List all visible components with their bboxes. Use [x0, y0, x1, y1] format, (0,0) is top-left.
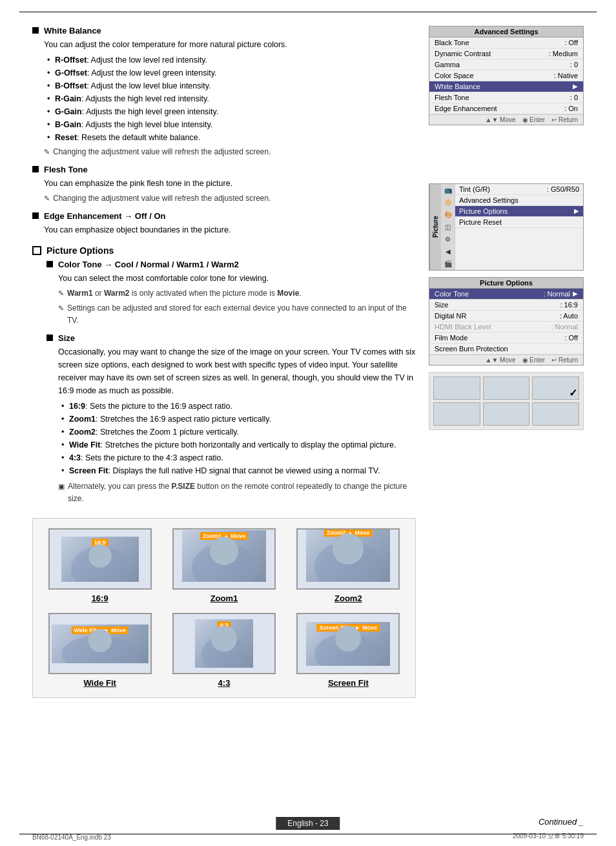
picture-row-tint: Tint (G/R) : G50/R50 [455, 184, 583, 195]
size-image-zoom2: Zoom2 ▲ Move [296, 528, 400, 590]
list-item: G-Gain: Adjusts the high level green int… [47, 105, 416, 118]
picture-menu: Tint (G/R) : G50/R50 Advanced Settings P… [455, 184, 583, 270]
size-inner: 16:9 [61, 537, 139, 582]
note-icon: ✎ [44, 147, 50, 158]
deco-cell-2 [483, 377, 530, 400]
deco-grid [429, 373, 583, 429]
size-image-zoom1: Zoom1 ▲ Move [172, 528, 276, 590]
list-item: Zoom2: Stretches the Zoom 1 picture vert… [61, 426, 416, 438]
bullet-square [32, 212, 39, 219]
size-caption-wide-fit: Wide Fit [83, 678, 116, 688]
size-caption-zoom2: Zoom2 [334, 593, 362, 603]
spacer [455, 228, 583, 254]
size-inner: Screen Fit ◄► Move [306, 622, 390, 666]
deco-cell-6 [532, 402, 579, 426]
list-item: Zoom1: Stretches the 16:9 aspect ratio p… [61, 413, 416, 426]
white-balance-list: R-Offset: Adjust the low level red inten… [44, 54, 416, 144]
menu-row-flesh-tone: Flesh Tone : 0 [429, 92, 583, 103]
list-item: Wide Fit: Stretches the picture both hor… [61, 438, 416, 451]
picture-options-heading: Picture Options [32, 245, 416, 256]
edge-enhancement-intro: You can emphasize object boundaries in t… [44, 223, 416, 236]
note-text: Alternately, you can press the P.SIZE bu… [68, 480, 416, 505]
size-body: Occasionally, you may want to change the… [58, 346, 416, 505]
page: White Balance You can adjust the color t… [0, 0, 616, 846]
svg-point-1 [88, 544, 112, 568]
flesh-tone-note: ✎ Changing the adjustment value will ref… [44, 192, 416, 205]
deco-cell-3 [532, 377, 579, 400]
list-item: 16:9: Sets the picture to the 16:9 aspec… [61, 400, 416, 413]
size-caption-zoom1: Zoom1 [210, 593, 238, 603]
color-tone-intro: You can select the most comfortable colo… [58, 272, 416, 285]
bullet-square [32, 166, 39, 172]
size-intro: Occasionally, you may want to change the… [58, 346, 416, 397]
picture-side-panel: Picture 📺 🔆 🎨 ◫ ⚙ ◀ 🎬 Tint (G/R) : G50/R… [429, 183, 584, 271]
size-caption-16-9: 16:9 [92, 593, 108, 603]
size-inner: Zoom1 ▲ Move [182, 530, 266, 582]
size-item-screen-fit: Screen Fit ◄► Move Screen Fit [291, 613, 406, 688]
size-image-4-3: 4:3 [172, 613, 276, 674]
size-inner: Wide Fit ◄► Move [52, 624, 149, 663]
size-image-16-9: 16:9 [48, 528, 152, 590]
white-balance-intro: You can adjust the color temperature for… [44, 38, 416, 51]
size-item-zoom2: Zoom2 ▲ Move Zoom2 [291, 528, 406, 603]
picture-options-body: Color Tone → Cool / Normal / Warm1 / War… [46, 260, 416, 505]
color-tone-note2: ✎ Settings can be adjusted and stored fo… [58, 302, 416, 327]
deco-cell-4 [433, 402, 480, 426]
bullet-square [46, 261, 53, 267]
advanced-settings-nav: ▲▼ Move ◉ Enter ↩ Return [429, 114, 583, 125]
list-item: Screen Fit: Displays the full native HD … [61, 464, 416, 477]
picture-options-panel: Picture Options Color Tone : Normal▶ Siz… [429, 277, 584, 366]
size-item-4-3: 4:3 4:3 [167, 613, 281, 688]
flesh-tone-title: Flesh Tone [44, 165, 88, 174]
size-caption-4-3: 4:3 [218, 678, 231, 688]
size-image-wide-fit: Wide Fit ◄► Move [48, 613, 152, 674]
menu-row-hdmi-black: HDMI Black Level : Normal [429, 322, 583, 333]
picture-row-options: Picture Options ▶ [455, 206, 583, 217]
size-grid: 16:9 16:9 [43, 528, 406, 688]
svg-point-11 [335, 626, 361, 652]
picture-row-advanced: Advanced Settings [455, 195, 583, 206]
size-illustrations: 16:9 16:9 [32, 518, 416, 698]
menu-row-black-tone: Black Tone : Off [429, 37, 583, 48]
icon-size: ◫ [445, 223, 451, 231]
picture-options-title: Picture Options [46, 245, 114, 256]
menu-row-color-space: Color Space : Native [429, 70, 583, 81]
size-inner: Zoom2 ▲ Move [306, 528, 390, 582]
deco-cell-5 [483, 402, 530, 426]
advanced-settings-title: Advanced Settings [429, 26, 583, 37]
size-title: Size [58, 333, 75, 343]
note-icon: ✎ [44, 193, 50, 205]
menu-row-color-tone: Color Tone : Normal▶ [429, 289, 583, 300]
svg-point-3 [210, 537, 238, 565]
picture-row-reset: Picture Reset [455, 217, 583, 228]
note-icon: ✎ [58, 288, 64, 300]
menu-row-size: Size : 16:9 [429, 300, 583, 311]
edge-enhancement-title: Edge Enhancement → Off / On [44, 211, 166, 221]
list-item: B-Gain: Adjusts the high level blue inte… [47, 118, 416, 131]
doc-info-left: BN68-02140A_Eng.indb 23 [32, 834, 111, 841]
doc-right-text: 2009-03-10 오후 5:30:19 [513, 832, 584, 840]
right-column: Advanced Settings Black Tone : Off Dynam… [429, 26, 584, 698]
icon-tone: 🎨 [444, 211, 452, 218]
icon-tv: 📺 [444, 187, 452, 194]
size-inner: 4:3 [195, 619, 253, 668]
svg-point-5 [333, 533, 364, 564]
list-item: 4:3: Sets the picture to the 4:3 aspect … [61, 451, 416, 464]
picture-icons: 📺 🔆 🎨 ◫ ⚙ ◀ 🎬 [441, 184, 455, 270]
note-text: Warm1 or Warm2 is only activated when th… [67, 287, 302, 300]
doc-left-text: BN68-02140A_Eng.indb 23 [32, 834, 111, 841]
white-balance-heading: White Balance [32, 26, 416, 36]
size-item-zoom1: Zoom1 ▲ Move Zoom1 [167, 528, 281, 603]
size-item-16-9: 16:9 16:9 [43, 528, 157, 603]
size-caption-screen-fit: Screen Fit [328, 678, 369, 688]
left-column: White Balance You can adjust the color t… [32, 26, 416, 698]
edge-enhancement-heading: Edge Enhancement → Off / On [32, 211, 416, 221]
svg-point-7 [88, 629, 112, 652]
menu-row-screen-burn: Screen Burn Protection [429, 344, 583, 355]
list-item: B-Offset: Adjust the low level blue inte… [47, 79, 416, 92]
picture-options-panel-title: Picture Options [429, 278, 583, 289]
menu-row-film-mode: Film Mode : Off [429, 333, 583, 344]
color-tone-title: Color Tone → Cool / Normal / Warm1 / War… [58, 260, 239, 269]
bullet-square [46, 335, 53, 341]
menu-row-digital-nr: Digital NR : Auto [429, 311, 583, 322]
